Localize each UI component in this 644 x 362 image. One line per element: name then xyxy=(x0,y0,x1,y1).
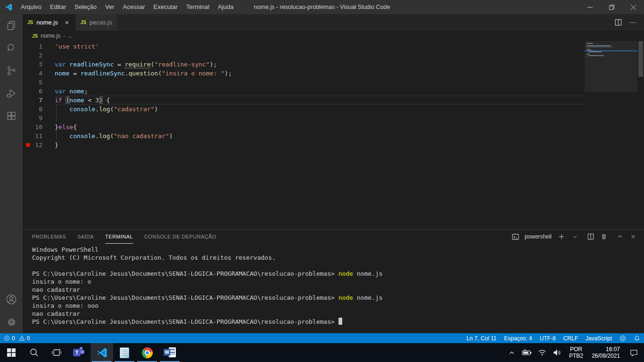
menu-item-ajuda[interactable]: Ajuda xyxy=(214,0,238,14)
code-line-12[interactable]: 12} xyxy=(23,140,585,149)
notifications-bell-icon[interactable] xyxy=(630,333,644,343)
close-window-button[interactable] xyxy=(622,0,644,14)
terminal-dropdown-icon[interactable] xyxy=(570,232,579,241)
js-file-icon: JS xyxy=(81,20,86,25)
minimap[interactable] xyxy=(585,41,637,229)
menu-item-selec-a-o[interactable]: Seleção xyxy=(70,0,101,14)
notepad-app-icon[interactable] xyxy=(113,343,136,362)
code-line-3[interactable]: 3var readlineSync = require("readline-sy… xyxy=(23,60,585,69)
action-center-icon[interactable] xyxy=(625,343,642,362)
status-item-crlf[interactable]: CRLF xyxy=(560,333,582,343)
panel-tab-console-de-depurac-a-o[interactable]: CONSOLE DE DEPURAÇÃO xyxy=(144,230,216,244)
split-editor-icon[interactable] xyxy=(614,18,622,27)
account-icon[interactable] xyxy=(0,288,23,311)
language-indicator[interactable]: POR PTB2 xyxy=(566,346,586,359)
teams-app-icon[interactable]: T xyxy=(68,343,91,362)
editor-scrollbar[interactable] xyxy=(637,41,644,229)
line-number[interactable]: 3 xyxy=(23,60,55,69)
vscode-app-icon[interactable] xyxy=(91,343,113,362)
status-item-javascript[interactable]: JavaScript xyxy=(582,333,616,343)
code-line-10[interactable]: 10}else{ xyxy=(23,123,585,132)
terminal-output[interactable]: Windows PowerShellCopyright (C) Microsof… xyxy=(23,244,644,333)
battery-icon[interactable] xyxy=(520,343,534,362)
tab-nome-js[interactable]: JSnome.js× xyxy=(23,14,76,31)
line-number[interactable]: 9 xyxy=(23,114,55,123)
source-control-icon[interactable] xyxy=(0,59,23,82)
tab-label: nome.js xyxy=(36,19,58,26)
line-number[interactable]: 6 xyxy=(23,87,55,96)
menu-item-ver[interactable]: Ver xyxy=(101,0,119,14)
breadcrumb-file[interactable]: nome.js xyxy=(41,33,60,39)
run-debug-icon[interactable] xyxy=(0,82,23,105)
feedback-smiley-icon[interactable] xyxy=(616,333,630,343)
code-line-7[interactable]: 7if (nome < 3) { xyxy=(23,96,585,105)
error-count: 0 xyxy=(12,335,15,342)
breakpoint-dot[interactable] xyxy=(26,143,30,147)
task-view-icon[interactable] xyxy=(45,343,68,362)
menu-item-acessar[interactable]: Acessar xyxy=(119,0,149,14)
minimize-button[interactable] xyxy=(579,0,601,14)
line-number[interactable]: 4 xyxy=(23,69,55,78)
code-line-8[interactable]: 8 console.log("cadastrar") xyxy=(23,105,585,114)
scrollbar-thumb[interactable] xyxy=(638,41,643,77)
code-line-9[interactable]: 9 xyxy=(23,114,585,123)
start-button[interactable] xyxy=(0,343,23,362)
kill-terminal-trash-icon[interactable] xyxy=(600,232,608,241)
menu-item-arquivo[interactable]: Arquivo xyxy=(17,0,46,14)
panel-tab-sai-da[interactable]: SAÍDA xyxy=(77,230,94,244)
clock[interactable]: 16:07 26/09/2021 xyxy=(588,346,623,359)
settings-gear-icon[interactable] xyxy=(0,311,23,333)
indent-guide xyxy=(56,114,57,123)
line-number[interactable]: 7 xyxy=(23,96,55,105)
minimap-slider[interactable] xyxy=(585,41,637,92)
restore-button[interactable] xyxy=(601,0,622,14)
code-editor[interactable]: 1'use strict'23var readlineSync = requir… xyxy=(23,41,644,229)
problems-status[interactable]: 0 0 xyxy=(0,333,33,343)
status-item-espac-os-4[interactable]: Espaços: 4 xyxy=(500,333,536,343)
new-terminal-icon[interactable] xyxy=(557,232,566,241)
line-number[interactable]: 12 xyxy=(23,140,55,149)
code-area[interactable]: 1'use strict'23var readlineSync = requir… xyxy=(23,41,585,229)
line-number[interactable]: 1 xyxy=(23,42,55,51)
code-line-5[interactable]: 5 xyxy=(23,78,585,87)
close-panel-icon[interactable] xyxy=(629,232,637,241)
code-line-4[interactable]: 4nome = readlineSync.question("insira o … xyxy=(23,69,585,78)
extensions-icon[interactable] xyxy=(0,105,23,127)
maximize-panel-icon[interactable] xyxy=(616,232,624,241)
code-text: } xyxy=(55,140,585,149)
menu-item-terminal[interactable]: Terminal xyxy=(182,0,214,14)
tab-pecas-js[interactable]: JSpecas.js xyxy=(76,14,117,31)
menu-item-editar[interactable]: Editar xyxy=(46,0,70,14)
tray-chevron-up-icon[interactable] xyxy=(505,343,519,362)
taskbar-search-icon[interactable] xyxy=(23,343,45,362)
line-number[interactable]: 10 xyxy=(23,123,55,132)
code-line-2[interactable]: 2 xyxy=(23,51,585,60)
line-number[interactable]: 2 xyxy=(23,51,55,60)
more-actions-icon[interactable]: ⋯ xyxy=(629,18,637,27)
code-line-6[interactable]: 6var nome; xyxy=(23,87,585,96)
word-app-icon[interactable]: W xyxy=(158,343,181,362)
shell-selector[interactable]: powershell xyxy=(525,233,552,240)
chrome-app-icon[interactable] xyxy=(136,343,158,362)
explorer-icon[interactable] xyxy=(0,14,23,37)
panel-tab-problemas[interactable]: PROBLEMAS xyxy=(32,230,66,244)
status-item-utf-8[interactable]: UTF-8 xyxy=(536,333,560,343)
code-line-1[interactable]: 1'use strict' xyxy=(23,42,585,51)
volume-icon[interactable] xyxy=(551,343,564,362)
line-number[interactable]: 8 xyxy=(23,105,55,114)
status-bar: 0 0 Ln 7, Col 11Espaços: 4UTF-8CRLFJavaS… xyxy=(0,333,644,343)
line-number[interactable]: 5 xyxy=(23,78,55,87)
code-text: if (nome < 3) { xyxy=(55,96,585,105)
close-tab-icon[interactable]: × xyxy=(63,19,71,26)
menu-item-executar[interactable]: Executar xyxy=(149,0,182,14)
line-number[interactable]: 11 xyxy=(23,132,55,140)
split-terminal-icon[interactable] xyxy=(586,232,595,241)
breadcrumb-context[interactable]: ... xyxy=(68,33,73,39)
code-text: var readlineSync = require("readline-syn… xyxy=(55,60,585,69)
status-item-ln-7-col-11[interactable]: Ln 7, Col 11 xyxy=(462,333,500,343)
system-tray: POR PTB2 16:07 26/09/2021 xyxy=(505,343,644,362)
panel-tab-terminal[interactable]: TERMINAL xyxy=(105,230,133,244)
wifi-icon[interactable] xyxy=(536,343,549,362)
code-line-11[interactable]: 11 console.log("nao cadastrar") xyxy=(23,132,585,140)
search-icon[interactable] xyxy=(0,37,23,59)
